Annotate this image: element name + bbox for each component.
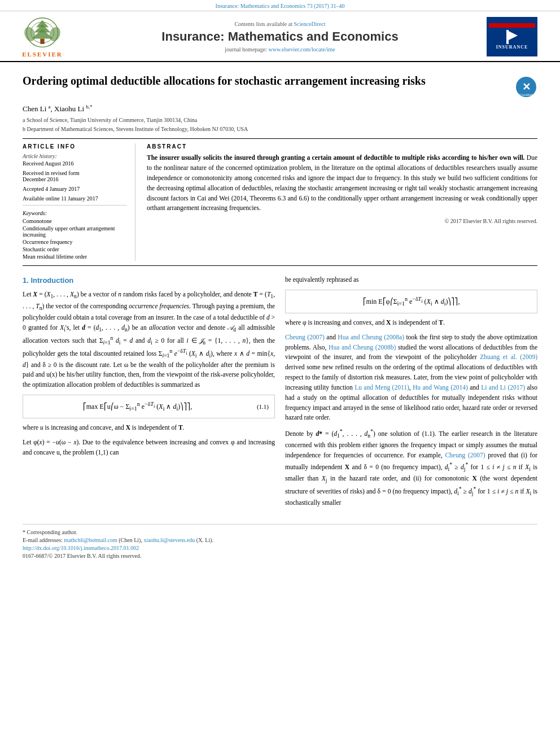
right-para-1: Cheung (2007) and Hua and Cheung (2008a)… <box>285 333 537 423</box>
keyword-3: Occurrence frequency <box>23 239 127 245</box>
insurance-logo-box: INSURANCE <box>487 17 537 56</box>
author-chen-li: Chen Li a, Xiaohu Li b,* <box>23 104 93 113</box>
doi-link[interactable]: http://dx.doi.org/10.1016/j.insmatheco.2… <box>23 545 139 551</box>
divider-top <box>23 138 537 139</box>
keyword-2: Conditionally upper orthant arrangementi… <box>23 225 127 238</box>
intro-para-2: where u is increasing and concave, and X… <box>23 423 275 433</box>
ref-li-li-2017[interactable]: Li and Li (2017) <box>481 384 525 391</box>
rephrase-sub: where φ is increasing and convex, and X … <box>285 318 537 328</box>
footnote-corresponding: * Corresponding author. <box>23 529 537 535</box>
sciencedirect-line: Contents lists available at ScienceDirec… <box>73 21 487 27</box>
info-divider <box>23 205 127 206</box>
paper-title: Ordering optimal deductible allocations … <box>23 73 426 88</box>
ref-hu-wang-2014[interactable]: Hu and Wang (2014) <box>413 384 468 391</box>
formula-1-1-content: ⎡max E⎡u⎛ω − Σi=1n e−δTi (Xi ∧ di)⎞⎤⎤, <box>29 400 246 413</box>
journal-top-line: Insurance: Mathematics and Economics 73 … <box>0 0 560 11</box>
affiliation-a: a School of Science, Tianjin University … <box>23 116 537 125</box>
insurance-logo-text: INSURANCE <box>496 44 528 50</box>
journal-homepage: journal homepage: www.elsevier.com/locat… <box>73 46 487 53</box>
keyword-5: Mean residual lifetime order <box>23 254 127 260</box>
affiliation-b: b Department of Mathematical Sciences, S… <box>23 125 537 134</box>
formula-1-1-number: (1.1) <box>246 402 269 412</box>
divider-middle <box>23 265 537 266</box>
svg-rect-5 <box>40 39 44 44</box>
email-chen-li[interactable]: mathchli@hotmail.com <box>64 537 117 543</box>
journal-header-center: Contents lists available at ScienceDirec… <box>73 21 487 53</box>
right-para-2: Denote by d* = (d1*, . . . , dn*) one so… <box>285 427 537 508</box>
svg-text:✕: ✕ <box>522 81 531 93</box>
sciencedirect-link[interactable]: ScienceDirect <box>294 21 325 27</box>
authors-line: Chen Li a, Xiaohu Li b,* <box>23 104 537 113</box>
svg-text:CrossMark: CrossMark <box>519 93 533 97</box>
affiliations: a School of Science, Tianjin University … <box>23 116 537 134</box>
insurance-logo-area: INSURANCE <box>487 17 549 56</box>
ref-cheung-2007[interactable]: Cheung (2007) <box>285 334 325 340</box>
keyword-4: Stochastic order <box>23 246 127 252</box>
footnote-email: E-mail addresses: mathchli@hotmail.com (… <box>23 537 537 543</box>
svg-point-6 <box>23 25 37 43</box>
elsevier-brand-text: ELSEVIER <box>22 51 63 58</box>
copyright-line: © 2017 Elsevier B.V. All rights reserved… <box>147 218 537 224</box>
ref-cheung-2007-2[interactable]: Cheung (2007) <box>445 452 485 458</box>
svg-point-7 <box>47 25 62 43</box>
col-right: be equivalently rephrased as ⎡min E⎡φ⎛Σi… <box>285 275 537 512</box>
formula-1-1: ⎡max E⎡u⎛ω − Σi=1n e−δTi (Xi ∧ di)⎞⎤⎤, (… <box>23 395 275 418</box>
insurance-logo-icon <box>504 30 520 44</box>
svg-marker-9 <box>509 31 518 40</box>
elsevier-logo: ELSEVIER <box>11 16 73 58</box>
keyword-1: Comonotone <box>23 218 127 224</box>
intro-para-1: Let X = (X1, . . . , Xn) be a vector of … <box>23 290 275 390</box>
ref-lu-meng-2011[interactable]: Lu and Meng (2011) <box>355 384 409 391</box>
ref-hua-cheung-2008a[interactable]: Hua and Cheung (2008a) <box>338 334 404 340</box>
abstract-bold-start: The insurer usually solicits the insured… <box>147 154 524 161</box>
journal-header: ELSEVIER Contents lists available at Sci… <box>0 11 560 62</box>
crossmark-area: ✕ CrossMark <box>509 73 537 101</box>
email-xiaohu-li[interactable]: xiaohu.li@stevens.edu <box>143 537 195 543</box>
ref-zhuang-2009[interactable]: Zhuang et al. (2009) <box>480 353 537 360</box>
footnote-issn: 0167-6687/© 2017 Elsevier B.V. All right… <box>23 553 537 559</box>
col-left: 1. Introduction Let X = (X1, . . . , Xn)… <box>23 275 275 512</box>
info-abstract-row: ARTICLE INFO Article history: Received A… <box>23 143 537 261</box>
formula-rephrase: ⎡min E⎡φ⎛Σi=1n e−δTi (Xi ∧ di)⎞⎤⎤, <box>285 290 537 313</box>
paper-title-area: Ordering optimal deductible allocations … <box>23 73 537 101</box>
formula-rephrase-content: ⎡min E⎡φ⎛Σi=1n e−δTi (Xi ∧ di)⎞⎤⎤, <box>291 295 531 308</box>
section-1-title: 1. Introduction <box>23 275 275 286</box>
abstract-text: The insurer usually solicits the insured… <box>147 153 537 213</box>
abstract-title: ABSTRACT <box>147 143 537 150</box>
history-label: Article history: <box>23 153 127 159</box>
available-value: Available online 11 January 2017 <box>23 195 127 202</box>
logo-top-bar <box>489 23 535 28</box>
article-info: ARTICLE INFO Article history: Received A… <box>23 143 135 261</box>
paper-content: Ordering optimal deductible allocations … <box>0 62 560 572</box>
accepted-value: Accepted 4 January 2017 <box>23 186 127 192</box>
rephrase-label: be equivalently rephrased as <box>285 275 537 285</box>
homepage-url[interactable]: www.elsevier.com/locate/ime <box>269 46 335 53</box>
elsevier-logo-area: ELSEVIER <box>11 16 73 58</box>
revised-value: Received in revised formDecember 2016 <box>23 170 127 182</box>
footnote-area: * Corresponding author. E-mail addresses… <box>23 524 537 559</box>
footnote-doi: http://dx.doi.org/10.1016/j.insmatheco.2… <box>23 545 537 551</box>
journal-title-header: Insurance: Mathematics and Economics <box>73 29 487 44</box>
keywords-title: Keywords: <box>23 210 127 216</box>
ref-hua-cheung-2008b[interactable]: Hua and Cheung (2008b) <box>329 344 396 351</box>
elsevier-tree-icon <box>20 16 65 50</box>
crossmark-icon: ✕ CrossMark <box>515 76 537 98</box>
abstract-area: ABSTRACT The insurer usually solicits th… <box>147 143 537 261</box>
received-value: Received August 2016 <box>23 160 127 167</box>
svg-rect-8 <box>506 30 509 44</box>
intro-para-3: Let φ(x) = −u(ω − x). Due to the equival… <box>23 438 275 458</box>
main-body: 1. Introduction Let X = (X1, . . . , Xn)… <box>23 275 537 512</box>
article-info-title: ARTICLE INFO <box>23 143 127 150</box>
